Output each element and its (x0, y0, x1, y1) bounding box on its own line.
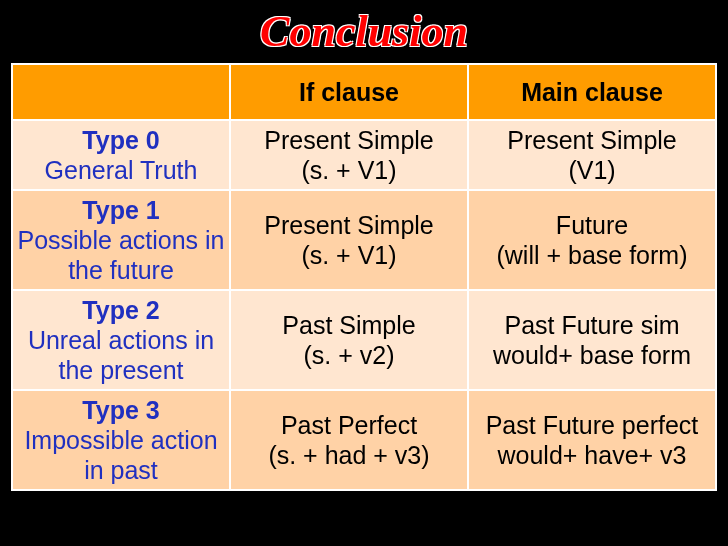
slide-title: Conclusion (260, 6, 468, 57)
row-desc: General Truth (15, 155, 227, 185)
header-if-clause: If clause (230, 64, 468, 120)
row-type: Type 0 (15, 125, 227, 155)
if-clause-cell: Present Simple(s. + V1) (230, 190, 468, 290)
if-clause-cell: Past Perfect(s. + had + v3) (230, 390, 468, 490)
slide: Conclusion If clause Main clause Type 0 … (0, 0, 728, 546)
row-desc: Unreal actions in the present (15, 325, 227, 385)
table-row: Type 2 Unreal actions in the present Pas… (12, 290, 716, 390)
main-clause-cell: Present Simple(V1) (468, 120, 716, 190)
row-type: Type 1 (15, 195, 227, 225)
conditionals-table: If clause Main clause Type 0 General Tru… (11, 63, 717, 491)
if-clause-cell: Past Simple(s. + v2) (230, 290, 468, 390)
table-row: Type 0 General Truth Present Simple(s. +… (12, 120, 716, 190)
table-header-row: If clause Main clause (12, 64, 716, 120)
row-label: Type 3 Impossible action in past (12, 390, 230, 490)
header-blank (12, 64, 230, 120)
main-clause-cell: Past Future simwould+ base form (468, 290, 716, 390)
table-row: Type 1 Possible actions in the future Pr… (12, 190, 716, 290)
row-type: Type 3 (15, 395, 227, 425)
row-desc: Possible actions in the future (15, 225, 227, 285)
row-label: Type 2 Unreal actions in the present (12, 290, 230, 390)
if-clause-cell: Present Simple(s. + V1) (230, 120, 468, 190)
main-clause-cell: Future(will + base form) (468, 190, 716, 290)
row-desc: Impossible action in past (15, 425, 227, 485)
table-row: Type 3 Impossible action in past Past Pe… (12, 390, 716, 490)
row-label: Type 1 Possible actions in the future (12, 190, 230, 290)
header-main-clause: Main clause (468, 64, 716, 120)
row-label: Type 0 General Truth (12, 120, 230, 190)
main-clause-cell: Past Future perfectwould+ have+ v3 (468, 390, 716, 490)
row-type: Type 2 (15, 295, 227, 325)
